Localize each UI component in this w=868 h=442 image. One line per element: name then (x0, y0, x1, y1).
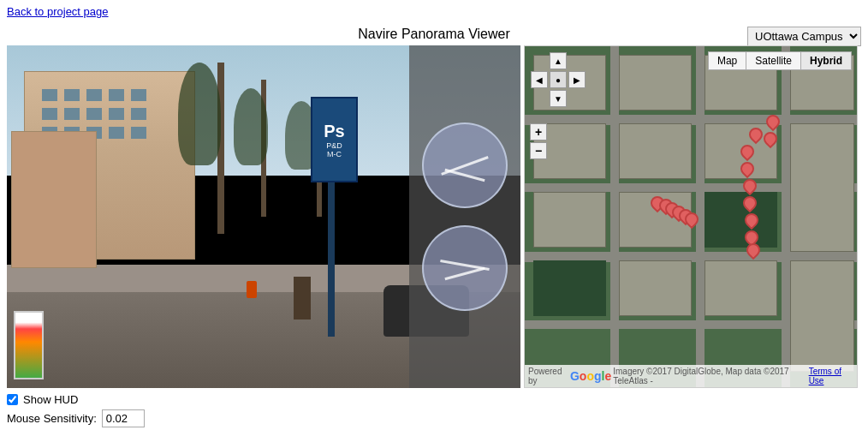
sensitivity-input[interactable] (102, 409, 145, 427)
map-navigation: ▲ ◀ ● ▶ ▼ (530, 51, 586, 108)
show-hud-checkbox[interactable] (7, 394, 18, 405)
bottom-controls: Show HUD Mouse Sensitivity: (0, 388, 868, 433)
zoom-controls: + − (530, 123, 547, 159)
mouse-sensitivity-label: Mouse Sensitivity: (7, 412, 97, 425)
mouse-sensitivity-row: Mouse Sensitivity: (7, 409, 861, 427)
show-hud-label: Show HUD (23, 393, 78, 406)
hybrid-view-btn[interactable]: Hybrid (801, 52, 851, 69)
map-attribution: Powered by Google Imagery ©2017 DigitalG… (525, 365, 857, 387)
map-building12 (790, 123, 854, 252)
color-strip-hud (14, 311, 44, 379)
color-strip-gradient (15, 313, 42, 378)
map-building6 (705, 260, 777, 316)
terms-of-use-link[interactable]: Terms of Use (809, 367, 853, 385)
nav-center-btn[interactable]: ● (550, 71, 567, 88)
map-view-buttons: Map Satellite Hybrid (708, 51, 852, 70)
zoom-in-btn[interactable]: + (530, 123, 547, 140)
nav-left-btn[interactable]: ◀ (531, 71, 548, 88)
nav-down-btn[interactable]: ▼ (550, 90, 567, 107)
back-to-project-link[interactable]: Back to project page (0, 0, 116, 23)
hud-line-bot2 (444, 267, 485, 280)
map-trees2 (533, 260, 606, 316)
fire-hydrant (247, 281, 257, 298)
building2 (11, 131, 97, 268)
hud-circle-bottom (422, 225, 508, 311)
satellite-view-btn[interactable]: Satellite (746, 52, 801, 69)
sign-text-sub2: M-C (327, 150, 342, 158)
map-building3 (533, 192, 606, 248)
map-building13 (790, 260, 854, 372)
zoom-out-btn[interactable]: − (530, 142, 547, 159)
map-marker[interactable] (683, 212, 700, 233)
show-hud-row: Show HUD (7, 393, 861, 406)
sign-text-p: Ps (324, 122, 344, 141)
panorama-viewer[interactable]: Ps P&D M-C (7, 45, 520, 388)
parking-sign: Ps P&D M-C (311, 97, 358, 182)
sign-text-sub: P&D (326, 141, 342, 150)
map-marker[interactable] (745, 243, 762, 264)
hud-circle-top (422, 122, 508, 208)
map-building5 (619, 260, 692, 316)
pedestrian (294, 277, 311, 320)
campus-select[interactable]: UOttawa Campus Downtown Gatineau (747, 27, 861, 46)
powered-by-text: Powered by (528, 367, 568, 385)
nav-right-btn[interactable]: ▶ (568, 71, 586, 88)
nav-up-btn[interactable]: ▲ (550, 52, 567, 69)
map-view-btn[interactable]: Map (709, 52, 746, 69)
google-logo: Google (570, 369, 611, 383)
hud-line-top2 (444, 168, 485, 181)
map-road-v1 (610, 46, 619, 387)
map-container[interactable]: ▲ ◀ ● ▶ ▼ + − Map Satellite Hybrid (524, 45, 858, 388)
map-building9 (619, 55, 692, 110)
map-building2 (619, 123, 692, 179)
tree2 (247, 80, 281, 217)
campus-selector-wrap: UOttawa Campus Downtown Gatineau (747, 27, 861, 46)
imagery-text: Imagery ©2017 DigitalGlobe, Map data ©20… (613, 367, 806, 385)
page-title: Navire Panorama Viewer (358, 27, 510, 42)
map-marker[interactable] (762, 132, 779, 152)
hud-overlay (409, 45, 520, 388)
map-road-v3 (782, 46, 790, 387)
